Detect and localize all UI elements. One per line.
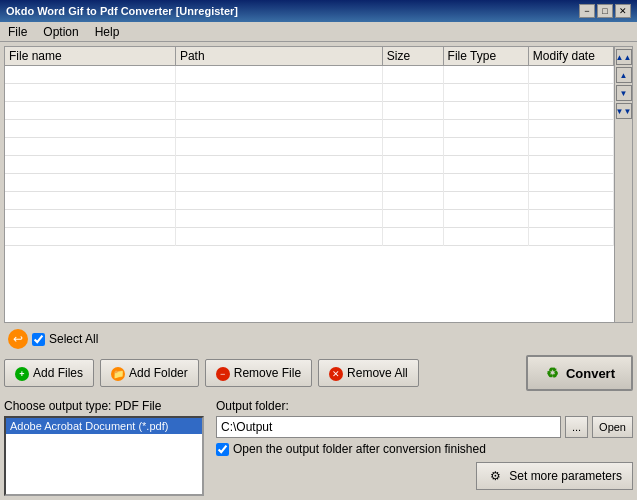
table-row	[5, 228, 614, 246]
table-row	[5, 120, 614, 138]
red-minus-icon: −	[216, 367, 230, 381]
params-label: Set more parameters	[509, 469, 622, 483]
output-type-label: Choose output type: PDF File	[4, 399, 204, 413]
add-files-icon: +	[15, 366, 29, 381]
gear-icon: ⚙	[487, 468, 503, 484]
convert-icon: ♻	[544, 364, 562, 382]
table-row	[5, 174, 614, 192]
file-list-container: File name Path Size File Type Modify dat…	[4, 46, 633, 323]
remove-all-icon: ✕	[329, 366, 343, 381]
output-folder-section: Output folder: ... Open Open the output …	[216, 399, 633, 490]
folder-row: ... Open	[216, 416, 633, 438]
col-filename: File name	[5, 47, 175, 66]
toolbar-row: + Add Files 📁 Add Folder − Remove File ✕…	[4, 355, 633, 391]
main-content: File name Path Size File Type Modify dat…	[0, 42, 637, 500]
menu-option[interactable]: Option	[39, 24, 82, 40]
red-x-icon: ✕	[329, 367, 343, 381]
minimize-button[interactable]: −	[579, 4, 595, 18]
scroll-panel: ▲▲ ▲ ▼ ▼▼	[614, 47, 632, 322]
remove-file-label: Remove File	[234, 366, 301, 380]
table-row	[5, 156, 614, 174]
add-files-button[interactable]: + Add Files	[4, 359, 94, 387]
output-folder-input[interactable]	[216, 416, 561, 438]
add-folder-button[interactable]: 📁 Add Folder	[100, 359, 199, 387]
remove-file-button[interactable]: − Remove File	[205, 359, 312, 387]
open-folder-button[interactable]: Open	[592, 416, 633, 438]
table-row	[5, 210, 614, 228]
bottom-section: Choose output type: PDF File Adobe Acrob…	[4, 399, 633, 496]
scroll-down-button[interactable]: ▼	[616, 85, 632, 101]
open-after-label: Open the output folder after conversion …	[233, 442, 486, 456]
green-plus-icon: +	[15, 367, 29, 381]
output-type-section: Choose output type: PDF File Adobe Acrob…	[4, 399, 204, 496]
col-filetype: File Type	[443, 47, 528, 66]
output-type-item-pdf[interactable]: Adobe Acrobat Document (*.pdf)	[6, 418, 202, 434]
window-controls: − □ ✕	[579, 4, 631, 18]
col-size: Size	[382, 47, 443, 66]
remove-file-icon: −	[216, 366, 230, 381]
menu-file[interactable]: File	[4, 24, 31, 40]
table-row	[5, 192, 614, 210]
add-folder-icon: 📁	[111, 366, 125, 381]
table-row	[5, 66, 614, 84]
select-all-checkbox[interactable]	[32, 333, 45, 346]
select-all-row: ↩ Select All	[4, 327, 633, 351]
menu-bar: File Option Help	[0, 22, 637, 42]
output-folder-label: Output folder:	[216, 399, 633, 413]
table-row	[5, 102, 614, 120]
open-after-row: Open the output folder after conversion …	[216, 442, 633, 456]
select-all-label: Select All	[49, 332, 98, 346]
remove-all-label: Remove All	[347, 366, 408, 380]
scroll-bottom-button[interactable]: ▼▼	[616, 103, 632, 119]
close-button[interactable]: ✕	[615, 4, 631, 18]
remove-all-button[interactable]: ✕ Remove All	[318, 359, 419, 387]
browse-button[interactable]: ...	[565, 416, 588, 438]
table-row	[5, 84, 614, 102]
add-folder-label: Add Folder	[129, 366, 188, 380]
convert-label: Convert	[566, 366, 615, 381]
scroll-top-button[interactable]: ▲▲	[616, 49, 632, 65]
maximize-button[interactable]: □	[597, 4, 613, 18]
set-params-button[interactable]: ⚙ Set more parameters	[476, 462, 633, 490]
orange-folder-icon: 📁	[111, 367, 125, 381]
scroll-up-button[interactable]: ▲	[616, 67, 632, 83]
open-after-checkbox[interactable]	[216, 443, 229, 456]
add-files-label: Add Files	[33, 366, 83, 380]
window-title: Okdo Word Gif to Pdf Converter [Unregist…	[6, 5, 238, 17]
col-path: Path	[175, 47, 382, 66]
title-bar: Okdo Word Gif to Pdf Converter [Unregist…	[0, 0, 637, 22]
back-button[interactable]: ↩	[8, 329, 28, 349]
col-modifydate: Modify date	[528, 47, 613, 66]
convert-button[interactable]: ♻ Convert	[526, 355, 633, 391]
file-table: File name Path Size File Type Modify dat…	[5, 47, 614, 322]
output-type-list[interactable]: Adobe Acrobat Document (*.pdf)	[4, 416, 204, 496]
menu-help[interactable]: Help	[91, 24, 124, 40]
table-row	[5, 138, 614, 156]
